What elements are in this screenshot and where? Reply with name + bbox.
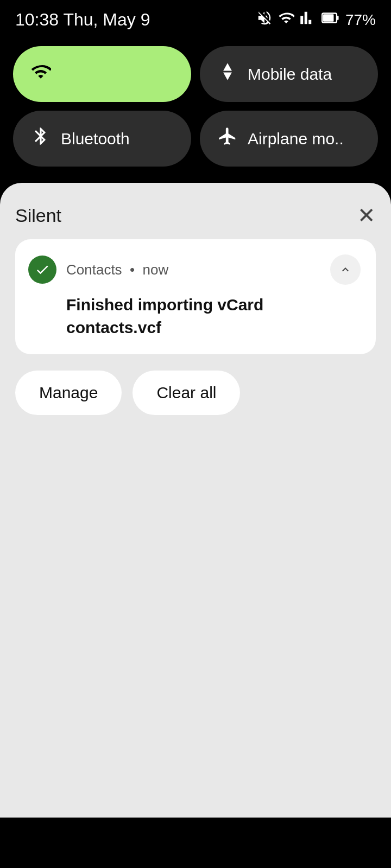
mobile-data-icon [217,61,238,87]
quick-settings: Mobile data Bluetooth Airplane mo.. [0,35,391,183]
tile-mobile-data-label: Mobile data [248,65,332,84]
notification-app-name: Contacts [66,261,122,278]
status-icons: 77% [256,10,376,30]
notification-expand-button[interactable] [330,254,361,285]
clear-all-button[interactable]: Clear all [133,371,240,415]
section-title: Silent [15,205,61,226]
bluetooth-icon [30,126,51,151]
tile-bluetooth[interactable]: Bluetooth [13,111,191,167]
svg-rect-1 [337,16,339,20]
wifi-icon [30,61,51,87]
action-buttons: Manage Clear all [15,371,376,415]
svg-rect-2 [323,14,333,21]
wifi-status-icon [278,10,294,30]
tile-airplane-label: Airplane mo.. [248,130,344,148]
battery-percentage: 77% [345,11,376,29]
signal-icon [300,10,316,30]
manage-button[interactable]: Manage [15,371,122,415]
notification-card: Contacts • now Finished importing vCard … [15,239,376,354]
tile-mobile-data[interactable]: Mobile data [200,46,378,102]
notification-app-info: Contacts • now [66,261,168,278]
close-button[interactable]: ✕ [357,205,376,226]
notification-time: now [143,261,169,278]
tile-airplane-mode[interactable]: Airplane mo.. [200,111,378,167]
notification-body: Finished importing vCard contacts.vcf [28,293,361,339]
notification-left: Contacts • now [28,256,168,284]
notification-header: Contacts • now [28,254,361,285]
battery-icon [321,10,340,30]
mute-icon [256,10,273,30]
status-time: 10:38 Thu, May 9 [15,10,150,30]
tile-bluetooth-label: Bluetooth [61,130,130,148]
tile-wifi[interactable] [13,46,191,102]
notification-panel: Silent ✕ Contacts • now [0,183,391,818]
airplane-icon [217,126,238,151]
notification-app-icon [28,256,56,284]
section-header: Silent ✕ [15,205,376,226]
status-bar: 10:38 Thu, May 9 77% [0,0,391,35]
